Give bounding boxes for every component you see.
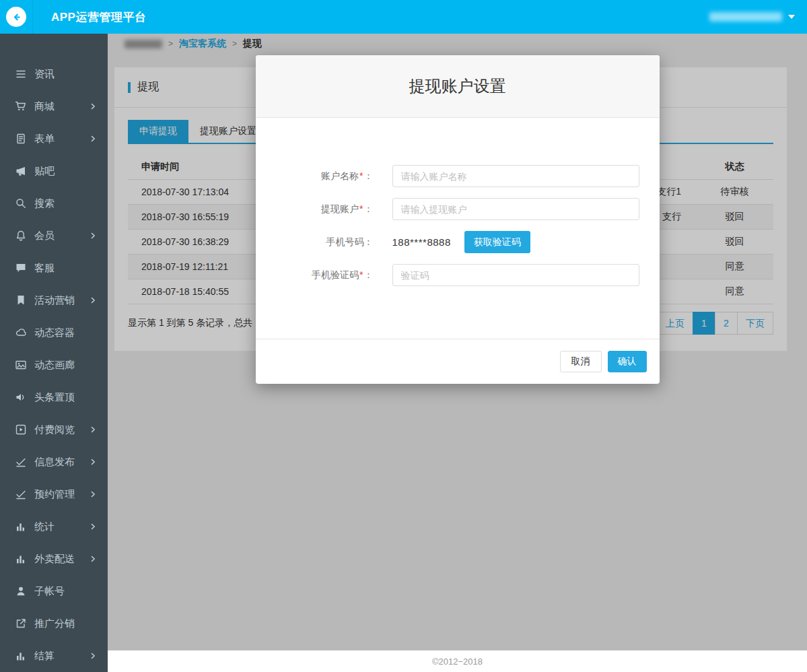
chevron-right-icon: [89, 102, 97, 110]
play-square-icon: [15, 424, 27, 436]
cloud-icon: [15, 327, 27, 339]
cart-icon: [15, 100, 27, 112]
form-label-withdraw-account: 提现账户*：: [276, 203, 374, 215]
chevron-right-icon: [89, 652, 97, 660]
sidebar-item-商城[interactable]: 商城: [0, 90, 108, 123]
main-content: >淘宝客系统>提现 提现 申请提现 提现账户设置 申请时间状态2018-07-3…: [108, 34, 807, 672]
sidebar-item-结算[interactable]: 结算: [0, 640, 108, 672]
sidebar-item-label: 会员: [34, 230, 89, 242]
sidebar-item-信息发布[interactable]: 信息发布: [0, 446, 108, 478]
sidebar-item-贴吧[interactable]: 贴吧: [0, 155, 108, 187]
sidebar-item-客服[interactable]: 客服: [0, 252, 108, 284]
back-button[interactable]: [0, 0, 33, 34]
megaphone-icon: [15, 165, 27, 177]
sidebar-item-外卖配送[interactable]: 外卖配送: [0, 543, 108, 575]
sidebar-item-动态容器[interactable]: 动态容器: [0, 316, 108, 349]
bar-chart-icon: [15, 650, 27, 662]
form-row-withdraw-account: 提现账户*：: [276, 198, 639, 220]
sidebar-item-label: 资讯: [34, 68, 97, 81]
field-label-text: 手机号码: [326, 236, 364, 247]
back-arrow-icon: [6, 7, 26, 27]
bookmark-icon: [15, 294, 27, 306]
form-label-account-name: 账户名称*：: [276, 170, 374, 182]
sidebar-item-label: 动态容器: [34, 327, 97, 339]
sidebar-item-动态画廊[interactable]: 动态画廊: [0, 349, 108, 381]
sidebar-item-付费阅览[interactable]: 付费阅览: [0, 413, 108, 446]
confirm-button[interactable]: 确认: [608, 351, 647, 372]
withdraw-account-settings-modal: 提现账户设置 账户名称*：提现账户*：手机号码：188****8888获取验证码…: [256, 55, 660, 384]
user-icon: [15, 585, 27, 597]
sidebar-item-label: 结算: [34, 650, 89, 663]
sidebar-item-子帐号[interactable]: 子帐号: [0, 575, 108, 607]
sidebar-item-label: 付费阅览: [34, 424, 89, 436]
modal-footer: 取消 确认: [256, 339, 660, 384]
label-colon: ：: [364, 203, 374, 214]
chevron-right-icon: [89, 555, 97, 563]
check-line-icon: [15, 488, 27, 500]
page-footer: ©2012−2018: [108, 650, 807, 672]
sidebar: 资讯商城表单贴吧搜索会员客服活动营销动态容器动态画廊头条置顶付费阅览信息发布预约…: [0, 34, 108, 672]
form-label-phone-number: 手机号码：: [276, 236, 374, 248]
sidebar-item-label: 商城: [34, 100, 89, 113]
sidebar-item-统计[interactable]: 统计: [0, 510, 108, 543]
sidebar-item-头条置顶[interactable]: 头条置顶: [0, 381, 108, 413]
sidebar-item-会员[interactable]: 会员: [0, 220, 108, 252]
image-icon: [15, 359, 27, 371]
sidebar-item-label: 头条置顶: [34, 391, 97, 404]
account-name-input[interactable]: [392, 165, 639, 187]
get-verification-code-button[interactable]: 获取验证码: [464, 231, 530, 253]
sms-code-input[interactable]: [392, 264, 639, 286]
chevron-down-icon: [788, 15, 795, 19]
sidebar-item-label: 活动营销: [34, 294, 89, 307]
topbar: APP运营管理平台: [0, 0, 807, 34]
form-label-sms-code: 手机验证码*：: [276, 269, 374, 281]
field-label-text: 手机验证码: [312, 269, 359, 280]
volume-icon: [15, 391, 27, 403]
sidebar-item-label: 外卖配送: [34, 553, 89, 566]
user-menu[interactable]: [709, 12, 795, 22]
sidebar-item-预约管理[interactable]: 预约管理: [0, 478, 108, 510]
sidebar-item-表单[interactable]: 表单: [0, 123, 108, 155]
withdraw-account-input[interactable]: [392, 198, 639, 220]
chevron-right-icon: [89, 232, 97, 240]
sidebar-item-搜索[interactable]: 搜索: [0, 187, 108, 220]
chevron-right-icon: [89, 458, 97, 466]
modal-title: 提现账户设置: [256, 55, 660, 118]
comment-icon: [15, 262, 27, 274]
bell-icon: [15, 230, 27, 242]
sidebar-item-label: 动态画廊: [34, 359, 97, 372]
cancel-button[interactable]: 取消: [560, 351, 602, 372]
label-colon: ：: [364, 269, 374, 280]
sidebar-item-活动营销[interactable]: 活动营销: [0, 284, 108, 316]
sidebar-item-label: 推广分销: [34, 617, 97, 630]
required-asterisk: *: [359, 269, 363, 280]
share-icon: [15, 617, 27, 630]
form-row-sms-code: 手机验证码*：: [276, 264, 639, 286]
bar-chart-icon: [15, 520, 27, 533]
form-row-phone-number: 手机号码：188****8888获取验证码: [276, 231, 639, 253]
sidebar-item-推广分销[interactable]: 推广分销: [0, 607, 108, 640]
required-asterisk: *: [359, 170, 363, 181]
sidebar-item-label: 预约管理: [34, 488, 89, 501]
check-line-icon: [15, 456, 27, 468]
sidebar-item-label: 表单: [34, 133, 89, 145]
label-colon: ：: [364, 236, 374, 247]
required-asterisk: *: [359, 203, 363, 214]
field-label-text: 账户名称: [321, 170, 359, 181]
form-icon: [15, 133, 27, 145]
chevron-right-icon: [89, 426, 97, 434]
sidebar-item-资讯[interactable]: 资讯: [0, 58, 108, 90]
modal-form: 账户名称*：提现账户*：手机号码：188****8888获取验证码手机验证码*：: [256, 118, 660, 339]
sidebar-item-label: 贴吧: [34, 165, 97, 178]
phone-number-value: 188****8888: [392, 236, 451, 248]
bar-chart-icon: [15, 553, 27, 565]
list-icon: [15, 68, 27, 80]
sidebar-item-label: 子帐号: [34, 585, 97, 598]
label-colon: ：: [364, 170, 374, 181]
chevron-right-icon: [89, 296, 97, 304]
sidebar-item-label: 客服: [34, 262, 97, 275]
sidebar-item-label: 搜索: [34, 197, 97, 210]
sidebar-item-label: 信息发布: [34, 456, 89, 469]
field-label-text: 提现账户: [321, 203, 359, 214]
chevron-right-icon: [89, 135, 97, 143]
